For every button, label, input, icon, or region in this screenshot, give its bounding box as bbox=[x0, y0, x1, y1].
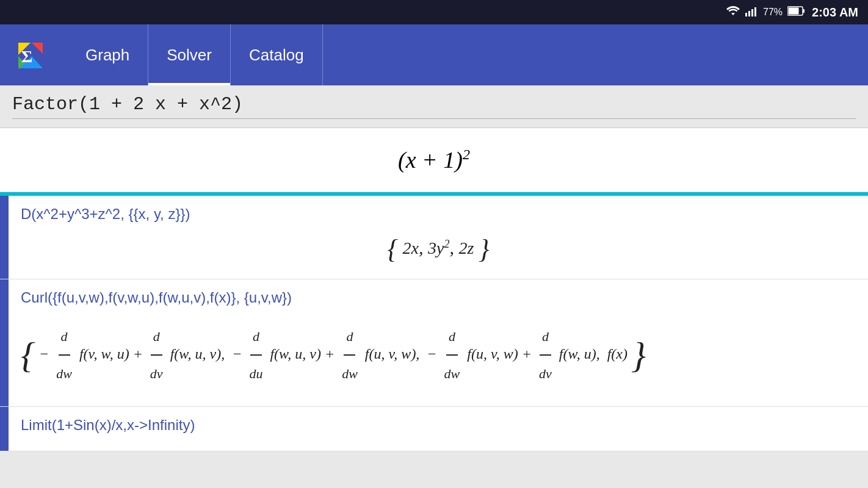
signal-icon bbox=[745, 5, 758, 20]
tab-graph[interactable]: Graph bbox=[67, 24, 148, 85]
block-curl-content: Curl({f(u,v,w),f(v,w,u),f(w,u,v),f(x)}, … bbox=[9, 279, 868, 406]
input-expression[interactable]: Factor(1 + 2 x + x^2) bbox=[12, 94, 856, 115]
result-curl: { − d dw f(v, w, u) + d dv f(w, u, v), − bbox=[21, 314, 856, 396]
svg-rect-0 bbox=[745, 13, 747, 16]
input-bar: Factor(1 + 2 x + x^2) bbox=[0, 85, 868, 128]
svg-text:Σ: Σ bbox=[21, 47, 32, 66]
svg-marker-10 bbox=[32, 43, 43, 54]
main-content: Factor(1 + 2 x + x^2) (x + 1)2 D(x^2+y^3… bbox=[0, 85, 868, 488]
result-block-1: (x + 1)2 bbox=[0, 128, 868, 192]
result-derivative: { 2x, 3y2, 2z } bbox=[21, 230, 856, 269]
tab-catalog[interactable]: Catalog bbox=[231, 24, 323, 85]
command-limit[interactable]: Limit(1+Sin(x)/x,x->Infinity) bbox=[21, 417, 856, 434]
battery-icon bbox=[787, 6, 805, 18]
battery-percentage: 77% bbox=[763, 7, 783, 18]
svg-rect-2 bbox=[751, 9, 753, 16]
block-limit-content: Limit(1+Sin(x)/x,x->Infinity) bbox=[9, 407, 868, 451]
svg-rect-6 bbox=[803, 9, 805, 13]
block-derivative: D(x^2+y^3+z^2, {{x, y, z}}) { 2x, 3y2, 2… bbox=[0, 196, 868, 279]
svg-rect-5 bbox=[789, 8, 799, 15]
app-logo: Σ bbox=[12, 37, 49, 73]
status-time: 2:03 AM bbox=[812, 5, 858, 20]
blue-accent-2 bbox=[0, 279, 9, 406]
status-bar: 77% 2:03 AM bbox=[0, 0, 868, 24]
input-underline bbox=[12, 118, 856, 119]
wifi-icon bbox=[726, 5, 740, 20]
factor-result: (x + 1)2 bbox=[0, 128, 868, 192]
block-derivative-content: D(x^2+y^3+z^2, {{x, y, z}}) { 2x, 3y2, 2… bbox=[9, 196, 868, 279]
block-curl: Curl({f(u,v,w),f(v,w,u),f(w,u,v),f(x)}, … bbox=[0, 279, 868, 407]
blue-accent-3 bbox=[0, 407, 9, 451]
command-curl[interactable]: Curl({f(u,v,w),f(v,w,u),f(w,u,v),f(x)}, … bbox=[21, 289, 856, 306]
nav-bar: Σ Graph Solver Catalog bbox=[0, 24, 868, 85]
svg-rect-3 bbox=[754, 7, 756, 16]
svg-rect-1 bbox=[748, 11, 750, 16]
tab-solver[interactable]: Solver bbox=[148, 24, 231, 85]
command-derivative[interactable]: D(x^2+y^3+z^2, {{x, y, z}}) bbox=[21, 206, 856, 223]
block-limit: Limit(1+Sin(x)/x,x->Infinity) bbox=[0, 407, 868, 451]
blue-accent-1 bbox=[0, 196, 9, 279]
